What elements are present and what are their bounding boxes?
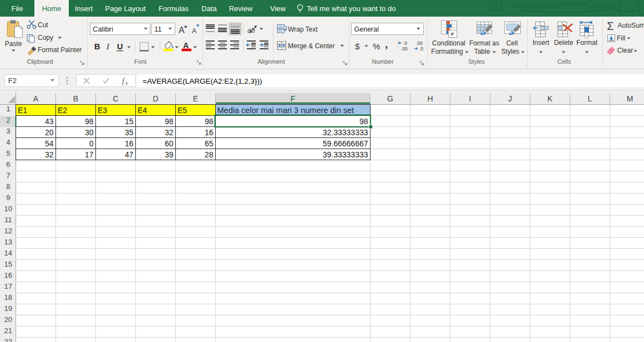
svg-text:98: 98 bbox=[359, 117, 368, 126]
svg-text:.00: .00 bbox=[401, 46, 408, 52]
svg-text:Formatting: Formatting bbox=[431, 48, 463, 55]
svg-text:2: 2 bbox=[6, 116, 10, 124]
svg-text:Styles: Styles bbox=[468, 58, 485, 65]
svg-text:Cells: Cells bbox=[557, 58, 571, 65]
svg-text:39: 39 bbox=[165, 150, 174, 159]
svg-text:32.33333333: 32.33333333 bbox=[323, 128, 368, 137]
svg-text:E2: E2 bbox=[58, 106, 67, 115]
svg-text:Format Painter: Format Painter bbox=[38, 46, 82, 54]
svg-text:Clear: Clear bbox=[617, 47, 633, 54]
svg-text:Σ: Σ bbox=[607, 20, 613, 32]
svg-text:11: 11 bbox=[4, 216, 12, 224]
svg-text:60: 60 bbox=[165, 139, 174, 148]
svg-text:13: 13 bbox=[4, 238, 12, 246]
svg-text:98: 98 bbox=[165, 117, 174, 126]
svg-text:E: E bbox=[193, 94, 198, 103]
svg-text:C: C bbox=[113, 94, 118, 103]
svg-text:Cut: Cut bbox=[38, 21, 48, 29]
svg-text:6: 6 bbox=[6, 160, 10, 169]
svg-text:28: 28 bbox=[205, 150, 214, 159]
svg-text:0: 0 bbox=[89, 139, 94, 148]
svg-text:E4: E4 bbox=[138, 106, 147, 115]
svg-text:,: , bbox=[385, 38, 388, 50]
svg-text:30: 30 bbox=[85, 128, 94, 137]
svg-text:15: 15 bbox=[125, 117, 134, 126]
svg-text:B: B bbox=[94, 42, 100, 51]
svg-text:32: 32 bbox=[165, 128, 174, 137]
svg-text:A: A bbox=[33, 94, 39, 103]
svg-text:AutoSum: AutoSum bbox=[618, 22, 644, 29]
svg-text:11: 11 bbox=[154, 25, 162, 33]
svg-text:D: D bbox=[153, 94, 158, 103]
svg-text:Merge & Center: Merge & Center bbox=[288, 42, 335, 50]
svg-text:47: 47 bbox=[125, 150, 134, 159]
svg-text:.0: .0 bbox=[403, 40, 407, 46]
svg-text:G: G bbox=[387, 94, 393, 103]
svg-text:Styles: Styles bbox=[501, 48, 520, 55]
svg-text:21: 21 bbox=[4, 326, 12, 335]
svg-text:35: 35 bbox=[125, 128, 134, 137]
svg-text:7: 7 bbox=[6, 171, 10, 180]
svg-text:A: A bbox=[183, 41, 189, 50]
svg-text:J: J bbox=[508, 94, 512, 103]
svg-text:Font: Font bbox=[134, 58, 146, 65]
svg-text:Insert: Insert bbox=[533, 39, 550, 47]
svg-text:H: H bbox=[427, 94, 433, 103]
svg-text:4: 4 bbox=[6, 138, 10, 146]
svg-text:Delete: Delete bbox=[554, 39, 574, 47]
svg-text:65: 65 bbox=[205, 139, 214, 148]
svg-text:20: 20 bbox=[45, 128, 54, 137]
svg-text:43: 43 bbox=[45, 117, 54, 126]
svg-text:16: 16 bbox=[205, 128, 214, 137]
svg-text:8: 8 bbox=[6, 182, 10, 191]
svg-text:U: U bbox=[117, 42, 123, 51]
svg-text:9: 9 bbox=[6, 193, 10, 202]
svg-text:E1: E1 bbox=[18, 106, 27, 115]
svg-text:≠: ≠ bbox=[450, 30, 454, 37]
svg-text:Calibri: Calibri bbox=[93, 25, 113, 33]
svg-text:General: General bbox=[354, 25, 379, 33]
svg-text:=AVERAGE(LARGE(A2:E2,{1,2,3})): =AVERAGE(LARGE(A2:E2,{1,2,3})) bbox=[143, 77, 262, 85]
svg-text:20: 20 bbox=[4, 315, 12, 324]
svg-text:Wrap Text: Wrap Text bbox=[288, 25, 318, 33]
svg-text:16: 16 bbox=[4, 271, 12, 279]
svg-text:10: 10 bbox=[4, 205, 12, 213]
svg-text:32: 32 bbox=[45, 150, 54, 159]
svg-text:1: 1 bbox=[6, 105, 10, 113]
svg-text:%: % bbox=[373, 42, 380, 51]
svg-text:Fill: Fill bbox=[617, 34, 625, 42]
svg-text:Alignment: Alignment bbox=[258, 58, 285, 65]
svg-text:39.33333333: 39.33333333 bbox=[323, 150, 368, 159]
svg-text:17: 17 bbox=[4, 282, 12, 290]
svg-text:Clipboard: Clipboard bbox=[27, 58, 53, 65]
svg-text:16: 16 bbox=[125, 139, 134, 148]
svg-text:Format as: Format as bbox=[469, 39, 499, 47]
svg-text:Format: Format bbox=[576, 39, 598, 47]
svg-text:.00: .00 bbox=[416, 40, 423, 46]
svg-text:Media celor mai mari 3 numere: Media celor mai mari 3 numere din set bbox=[217, 106, 354, 115]
svg-text:54: 54 bbox=[45, 139, 54, 148]
svg-text:Paste: Paste bbox=[5, 40, 22, 48]
svg-text:L: L bbox=[588, 94, 592, 103]
svg-text:E3: E3 bbox=[98, 106, 107, 115]
svg-text:98: 98 bbox=[205, 117, 214, 126]
svg-text:Copy: Copy bbox=[38, 34, 53, 42]
svg-text:15: 15 bbox=[4, 260, 12, 268]
svg-text:Number: Number bbox=[372, 58, 393, 65]
svg-text:I: I bbox=[469, 94, 471, 103]
svg-text:3: 3 bbox=[6, 127, 10, 135]
svg-text:x: x bbox=[125, 80, 128, 86]
svg-text:.0: .0 bbox=[419, 46, 423, 52]
svg-text:5: 5 bbox=[6, 149, 10, 157]
svg-text:12: 12 bbox=[4, 227, 12, 235]
svg-text:18: 18 bbox=[4, 293, 12, 302]
svg-text:$: $ bbox=[355, 42, 360, 51]
svg-text:K: K bbox=[547, 94, 553, 103]
svg-text:Cell: Cell bbox=[506, 39, 518, 47]
svg-text:Conditional: Conditional bbox=[432, 39, 465, 47]
svg-text:E5: E5 bbox=[178, 106, 187, 115]
svg-text:22: 22 bbox=[4, 338, 12, 342]
svg-text:A: A bbox=[179, 25, 185, 35]
svg-text:59.66666667: 59.66666667 bbox=[323, 139, 368, 148]
svg-text:B: B bbox=[73, 94, 78, 103]
